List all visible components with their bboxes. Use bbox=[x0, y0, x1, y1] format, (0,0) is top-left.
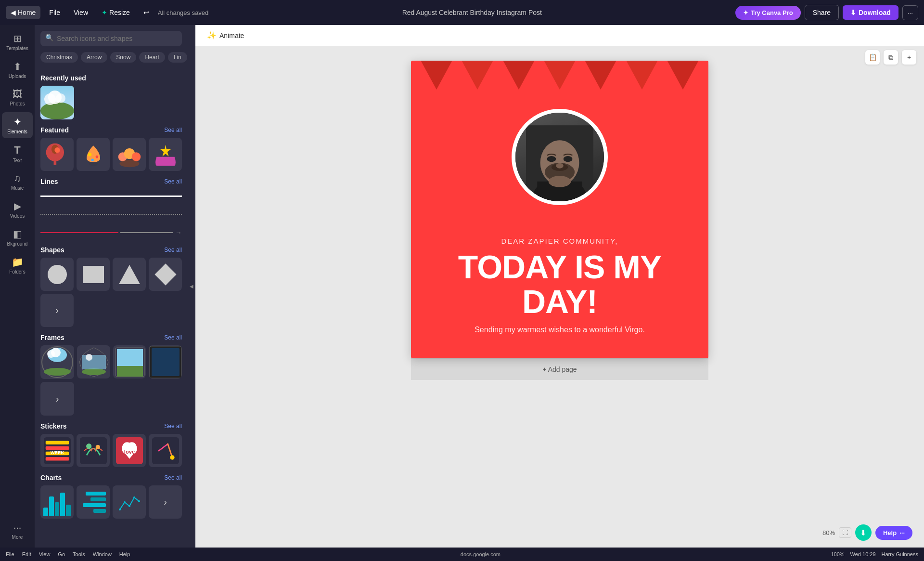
os-edit[interactable]: Edit bbox=[22, 551, 31, 557]
sidebar-item-videos[interactable]: ▶ Videos bbox=[2, 196, 33, 222]
canvas-copy-icon[interactable]: ⧉ bbox=[884, 50, 898, 65]
file-button[interactable]: File bbox=[44, 6, 65, 19]
sidebar-uploads-label: Uploads bbox=[9, 74, 26, 79]
more-options-button[interactable]: ··· bbox=[902, 5, 918, 20]
sidebar-item-folders[interactable]: 📁 Folders bbox=[2, 252, 33, 278]
svg-point-25 bbox=[86, 354, 92, 361]
shapes-scroll-right[interactable]: › bbox=[40, 294, 74, 327]
sidebar-item-text[interactable]: T Text bbox=[2, 140, 33, 167]
shape-rectangle[interactable] bbox=[77, 258, 110, 291]
canvas-add-icon[interactable]: + bbox=[902, 50, 916, 65]
sticker-item-1[interactable]: WEEK bbox=[40, 434, 74, 467]
recent-item-landscape[interactable] bbox=[40, 86, 74, 119]
frame-item-2[interactable] bbox=[77, 345, 110, 378]
line-item-dotted[interactable] bbox=[40, 208, 182, 221]
elements-icon: ✦ bbox=[13, 116, 22, 128]
undo-icon: ↩ bbox=[143, 9, 149, 16]
featured-item-4[interactable] bbox=[149, 138, 182, 171]
lines-see-all[interactable]: See all bbox=[164, 178, 182, 185]
sidebar-item-music[interactable]: ♫ Music bbox=[2, 169, 33, 195]
recently-used-items bbox=[40, 86, 182, 119]
sticker-item-4[interactable] bbox=[149, 434, 182, 467]
sidebar-item-photos[interactable]: 🖼 Photos bbox=[2, 85, 33, 110]
frames-see-all[interactable]: See all bbox=[164, 334, 182, 341]
panel-collapse-handle[interactable]: ◀ bbox=[188, 25, 195, 548]
svg-rect-37 bbox=[80, 437, 107, 464]
svg-point-50 bbox=[138, 500, 140, 502]
view-button[interactable]: View bbox=[69, 6, 93, 19]
try-pro-button[interactable]: ✦ Try Canva Pro bbox=[735, 6, 800, 20]
featured-item-1[interactable] bbox=[40, 138, 74, 171]
chart-item-3[interactable] bbox=[113, 485, 146, 519]
os-help[interactable]: Help bbox=[119, 551, 130, 557]
sidebar-item-uploads[interactable]: ⬆ Uploads bbox=[2, 57, 33, 83]
canvas-notes-icon[interactable]: 📋 bbox=[865, 50, 880, 65]
svg-rect-24 bbox=[82, 355, 106, 369]
canvas-scroll-area[interactable]: 📋 ⧉ + bbox=[195, 46, 924, 548]
download-icon: ⬇ bbox=[850, 9, 856, 16]
file-label: File bbox=[49, 9, 60, 16]
svg-point-45 bbox=[170, 455, 174, 459]
shape-triangle[interactable] bbox=[113, 258, 146, 291]
sidebar-more-label: More bbox=[12, 535, 23, 540]
svg-rect-42 bbox=[152, 437, 179, 464]
charts-scroll-right[interactable]: › bbox=[149, 485, 182, 519]
sidebar-item-elements[interactable]: ✦ Elements bbox=[2, 112, 33, 138]
help-label: Help bbox=[883, 529, 897, 536]
download-button[interactable]: ⬇ Download bbox=[843, 5, 898, 20]
shape-circle[interactable] bbox=[40, 258, 74, 291]
help-button[interactable]: Help ··· bbox=[875, 526, 912, 540]
svg-point-46 bbox=[119, 509, 121, 510]
tag-snow[interactable]: Snow bbox=[110, 52, 136, 63]
os-file[interactable]: File bbox=[6, 551, 14, 557]
sidebar-item-more[interactable]: ··· More bbox=[2, 518, 33, 544]
svg-rect-30 bbox=[152, 348, 180, 376]
featured-item-2[interactable] bbox=[77, 138, 110, 171]
sticker-item-2[interactable] bbox=[77, 434, 110, 467]
try-pro-label: Try Canva Pro bbox=[751, 9, 793, 16]
sidebar-item-background[interactable]: ◧ Bkground bbox=[2, 224, 33, 250]
lines-section-header: Lines See all bbox=[40, 178, 182, 185]
featured-item-3[interactable] bbox=[113, 138, 146, 171]
chart-item-1[interactable] bbox=[40, 485, 74, 519]
shapes-see-all[interactable]: See all bbox=[164, 247, 182, 253]
search-input[interactable] bbox=[40, 31, 182, 46]
charts-see-all[interactable]: See all bbox=[164, 474, 182, 481]
add-page-bar[interactable]: + Add page bbox=[411, 358, 708, 380]
animate-button[interactable]: ✨ Animate bbox=[203, 29, 248, 42]
tag-heart[interactable]: Heart bbox=[139, 52, 165, 63]
line-item-solid[interactable] bbox=[40, 189, 182, 203]
resize-button[interactable]: ✦ Resize bbox=[97, 6, 135, 19]
shape-diamond[interactable] bbox=[149, 258, 182, 291]
svg-point-38 bbox=[86, 444, 91, 449]
frame-item-4[interactable] bbox=[149, 345, 182, 378]
sidebar-music-label: Music bbox=[11, 185, 24, 191]
stickers-title: Stickers bbox=[40, 422, 66, 430]
tag-line[interactable]: Lin bbox=[168, 52, 187, 63]
share-button[interactable]: Share bbox=[805, 5, 839, 20]
frames-scroll-right[interactable]: › bbox=[40, 382, 74, 416]
view-label: View bbox=[74, 9, 88, 16]
os-view[interactable]: View bbox=[39, 551, 51, 557]
stickers-see-all[interactable]: See all bbox=[164, 423, 182, 430]
line-item-colored-arrow[interactable]: → bbox=[40, 226, 182, 239]
featured-see-all[interactable]: See all bbox=[164, 127, 182, 133]
star-icon: ✦ bbox=[743, 9, 748, 16]
share-label: Share bbox=[813, 9, 831, 16]
tag-arrow[interactable]: Arrow bbox=[81, 52, 107, 63]
frame-item-1[interactable] bbox=[40, 345, 74, 379]
sidebar-item-templates[interactable]: ⊞ Templates bbox=[2, 29, 33, 55]
frame-item-3[interactable] bbox=[113, 345, 146, 378]
zoom-fullscreen-button[interactable]: ⛶ bbox=[839, 527, 851, 538]
home-button[interactable]: ◀ Home bbox=[6, 6, 40, 19]
sticker-item-3[interactable]: love bbox=[113, 434, 146, 467]
os-go[interactable]: Go bbox=[58, 551, 65, 557]
os-tools[interactable]: Tools bbox=[73, 551, 85, 557]
undo-button[interactable]: ↩ bbox=[139, 6, 154, 19]
add-icon: + bbox=[907, 53, 911, 61]
tag-christmas[interactable]: Christmas bbox=[40, 52, 78, 63]
os-window[interactable]: Window bbox=[93, 551, 112, 557]
design-card[interactable]: DEAR ZAPIER COMMUNITY, TODAY IS MY DAY! … bbox=[411, 61, 708, 358]
chart-item-2[interactable] bbox=[77, 485, 110, 519]
zoom-download-button[interactable]: ⬇ bbox=[855, 524, 872, 541]
